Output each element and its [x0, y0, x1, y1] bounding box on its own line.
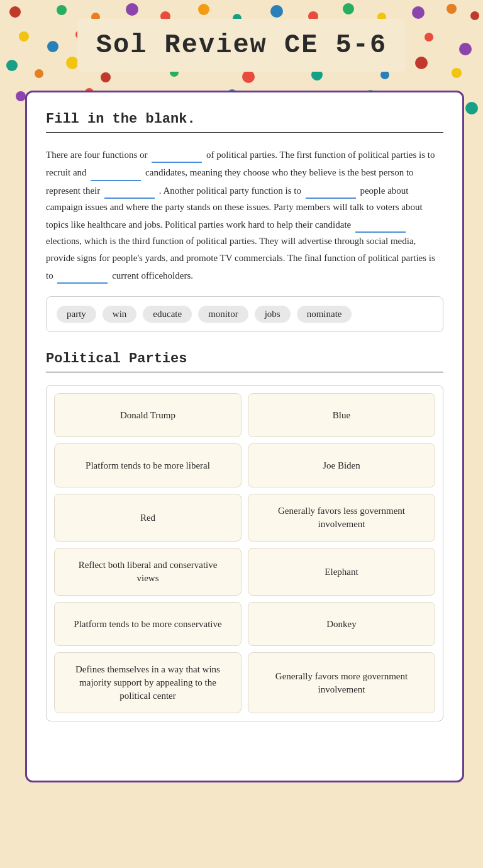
match-card[interactable]: Elephant	[248, 548, 435, 596]
match-card[interactable]: Platform tends to be more liberal	[54, 443, 242, 487]
blank-2[interactable]	[91, 163, 141, 181]
match-card[interactable]: Generally favors less government involve…	[248, 494, 435, 542]
parties-divider	[46, 372, 443, 372]
blank-6[interactable]	[57, 266, 108, 284]
match-card[interactable]: Joe Biden	[248, 443, 435, 487]
word-chip[interactable]: educate	[143, 306, 192, 323]
section-divider	[46, 132, 443, 133]
match-card[interactable]: Blue	[248, 393, 435, 437]
blank-1[interactable]	[152, 145, 202, 163]
matching-grid: Donald TrumpBluePlatform tends to be mor…	[46, 385, 443, 721]
fill-in-blank-title: Fill in the blank.	[46, 111, 443, 127]
title-area: Sol Review CE 5-6	[0, 0, 483, 84]
page-title: Sol Review CE 5-6	[96, 30, 387, 60]
match-card[interactable]: Generally favors more government involve…	[248, 652, 435, 713]
match-card[interactable]: Donkey	[248, 602, 435, 646]
match-card[interactable]: Reflect both liberal and conservative vi…	[54, 548, 242, 596]
main-card: Fill in the blank. There are four functi…	[25, 91, 464, 782]
word-chip[interactable]: nominate	[297, 306, 352, 323]
word-bank: partywineducatemonitorjobsnominate	[46, 296, 443, 332]
word-chip[interactable]: party	[57, 306, 96, 323]
match-card[interactable]: Platform tends to be more conservative	[54, 602, 242, 646]
title-box: Sol Review CE 5-6	[77, 19, 406, 72]
match-card[interactable]: Donald Trump	[54, 393, 242, 437]
blank-5[interactable]	[355, 215, 406, 233]
match-card[interactable]: Red	[54, 494, 242, 542]
fill-blank-paragraph: There are four functions or of political…	[46, 145, 443, 284]
decorative-dot	[16, 91, 26, 101]
word-chip[interactable]: win	[103, 306, 137, 323]
word-chip[interactable]: monitor	[198, 306, 248, 323]
political-parties-section: Political Parties Donald TrumpBluePlatfo…	[46, 351, 443, 721]
political-parties-title: Political Parties	[46, 351, 443, 367]
blank-4[interactable]	[306, 181, 356, 199]
match-card[interactable]: Defines themselves in a way that wins ma…	[54, 652, 242, 713]
blank-3[interactable]	[104, 181, 155, 199]
word-chip[interactable]: jobs	[255, 306, 291, 323]
fill-in-blank-section: Fill in the blank. There are four functi…	[46, 111, 443, 332]
decorative-dot	[465, 102, 478, 114]
